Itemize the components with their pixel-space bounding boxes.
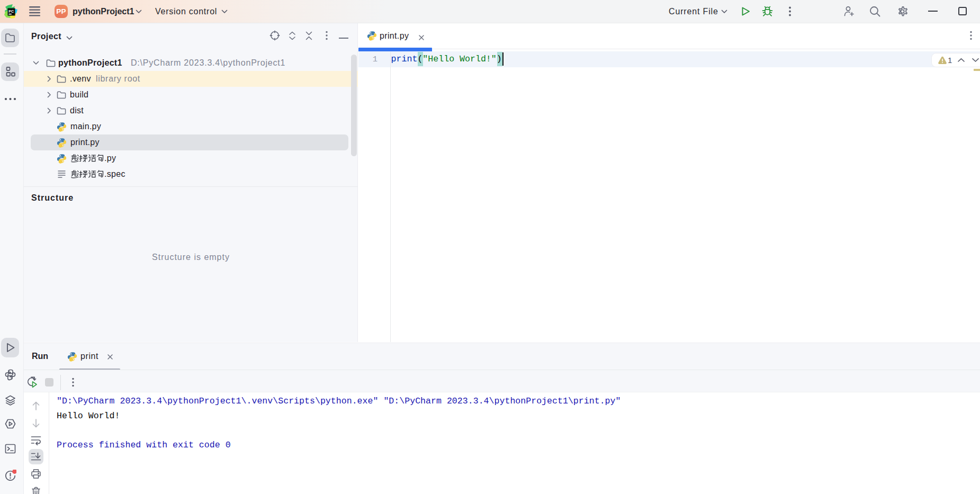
svg-text:PC: PC bbox=[8, 10, 14, 13]
